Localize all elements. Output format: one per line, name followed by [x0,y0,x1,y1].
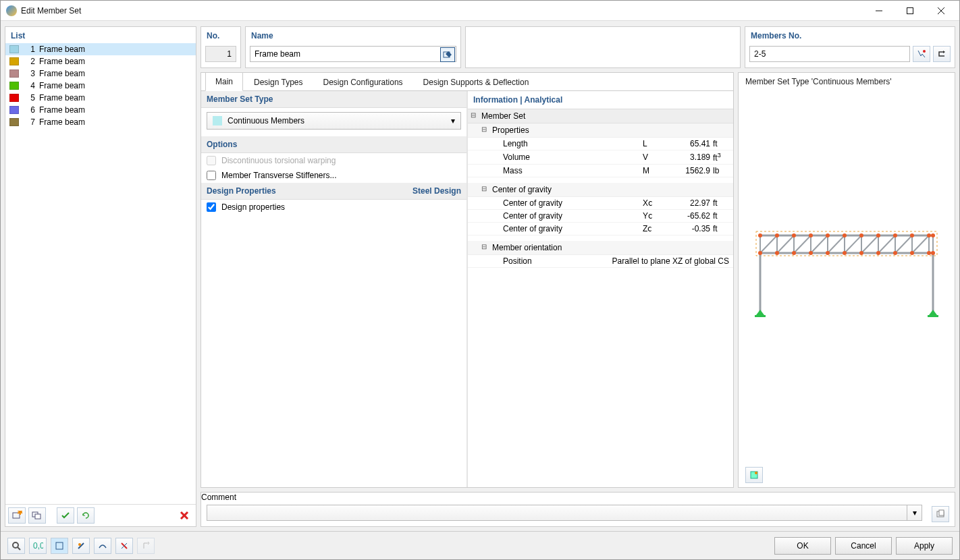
svg-rect-68 [939,510,944,515]
window-title: Edit Member Set [21,6,863,16]
row-cog-y: Center of gravityYᴄ-65.62ft [468,210,733,223]
svg-line-31 [861,235,878,253]
svg-point-54 [809,251,813,255]
svg-point-47 [893,233,897,237]
svg-point-56 [843,251,847,255]
color-swatch [9,57,19,65]
svg-line-19 [760,235,777,253]
svg-point-59 [893,251,897,255]
svg-text:0,00: 0,00 [33,541,43,551]
check-green-button[interactable] [57,507,74,524]
footer-units-icon[interactable]: 0,00 [29,538,47,554]
close-button[interactable] [926,1,957,21]
comment-attach-button[interactable] [932,506,949,522]
app-icon [6,5,17,16]
svg-point-74 [78,543,81,546]
color-swatch [9,69,19,78]
tab-main[interactable]: Main [205,72,243,91]
list-item[interactable]: 2Frame beam [5,55,196,67]
chevron-down-icon[interactable]: ▾ [907,505,922,520]
svg-point-53 [792,251,796,255]
footer-view1-icon[interactable] [51,538,68,554]
footer-view3-icon[interactable] [94,538,111,554]
footer-search-icon[interactable] [7,538,25,554]
delete-item-button[interactable] [176,507,193,524]
tab-design-types[interactable]: Design Types [244,74,313,91]
name-input[interactable]: Frame beam [250,46,456,62]
svg-point-49 [927,233,931,237]
list-item[interactable]: 5Frame beam [5,92,196,104]
tab-design-supports-deflection[interactable]: Design Supports & Deflection [414,74,539,91]
members-input[interactable]: 2-5 [749,46,910,62]
preview-canvas[interactable] [745,90,948,463]
svg-line-70 [18,547,20,550]
design-properties-header: Design Properties Steel Design [201,183,466,200]
maximize-button[interactable] [895,1,926,21]
member-set-type-combo[interactable]: Continuous Members ▾ [207,112,461,130]
list-item[interactable]: 6Frame beam [5,104,196,116]
row-cog-z: Center of gravityZᴄ-0.35ft [468,223,733,235]
svg-point-43 [826,233,830,237]
transverse-stiffeners-check[interactable]: Member Transverse Stiffeners... [201,168,466,183]
list-item[interactable]: 3Frame beam [5,67,196,80]
list-item[interactable]: 7Frame beam [5,116,196,128]
color-swatch [9,94,19,102]
svg-line-25 [811,235,828,253]
apply-button[interactable]: Apply [896,537,953,555]
list-item[interactable]: 4Frame beam [5,80,196,92]
footer-view5-icon[interactable] [137,538,155,554]
copy-item-button[interactable] [28,507,46,524]
refresh-button[interactable] [77,507,95,524]
tree-cog[interactable]: Center of gravity [468,183,733,197]
svg-line-37 [912,235,929,253]
list-items: 1Frame beam2Frame beam3Frame beam4Frame … [5,43,196,504]
comment-input[interactable]: ▾ [207,505,922,521]
name-label: Name [246,27,460,43]
svg-line-29 [845,235,861,253]
svg-point-58 [876,251,880,255]
pick-members-icon[interactable] [913,46,930,62]
cancel-button[interactable]: Cancel [835,537,892,555]
svg-point-61 [927,251,931,255]
footer-view2-icon[interactable] [72,538,90,554]
comment-label: Comment [201,493,955,502]
name-edit-icon-button[interactable] [440,47,455,62]
svg-rect-72 [56,542,63,549]
design-properties-check[interactable]: Design properties [201,200,466,215]
svg-line-21 [777,235,794,253]
list-item[interactable]: 1Frame beam [5,43,196,55]
ok-button[interactable]: OK [774,537,831,555]
svg-point-52 [775,251,779,255]
options-header: Options [201,136,466,153]
row-position: PositionParallel to plane XZ of global C… [468,255,733,268]
discontinuous-warping-check: Discontinuous torsional warping [201,153,466,168]
tree-properties[interactable]: Properties [468,123,733,138]
preview-title: Member Set Type 'Continuous Members' [745,77,948,86]
titlebar: Edit Member Set [1,1,959,21]
tree-member-set[interactable]: Member Set [468,109,733,123]
svg-point-66 [755,472,757,474]
footer-view4-icon[interactable] [115,538,133,554]
no-input[interactable]: 1 [205,46,236,62]
minimize-button[interactable] [863,1,895,21]
tree-orientation[interactable]: Member orientation [468,241,733,255]
svg-point-50 [931,233,935,237]
svg-point-40 [775,233,779,237]
member-set-type-header: Member Set Type [201,91,466,108]
preview-settings-button[interactable] [745,467,763,483]
row-length: LengthL65.41ft [468,138,733,150]
svg-line-35 [895,235,912,253]
new-item-button[interactable]: ✱ [8,507,26,524]
reverse-icon[interactable] [933,46,951,62]
svg-point-42 [809,233,813,237]
svg-point-62 [931,251,935,255]
color-swatch [9,118,19,126]
color-swatch [9,45,19,53]
steel-design-link[interactable]: Steel Design [412,186,461,196]
tab-design-configurations[interactable]: Design Configurations [314,74,412,91]
color-swatch [9,106,19,114]
svg-point-44 [843,233,847,237]
row-cog-x: Center of gravityXᴄ22.97ft [468,197,733,210]
svg-point-55 [826,251,830,255]
svg-text:✱: ✱ [17,511,22,517]
